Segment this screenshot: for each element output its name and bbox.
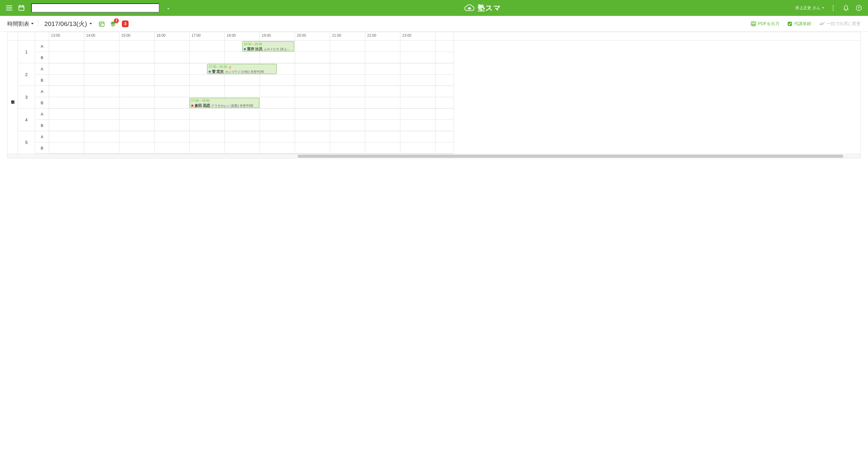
- grid-cell[interactable]: [365, 41, 400, 52]
- grid-cell[interactable]: [49, 86, 84, 97]
- grid-cell[interactable]: [260, 131, 295, 142]
- pdf-export-button[interactable]: PDFを出力: [751, 21, 779, 27]
- grid-cell[interactable]: [400, 41, 435, 52]
- grid-cell[interactable]: [49, 63, 84, 75]
- grid-cell[interactable]: [119, 142, 154, 154]
- user-menu[interactable]: 井上正史 さん: [795, 5, 824, 11]
- grid-cell[interactable]: [190, 52, 224, 63]
- grid-cell[interactable]: [260, 75, 295, 86]
- grid-cell[interactable]: [260, 109, 295, 120]
- date-selector[interactable]: 2017/06/13(火): [44, 20, 92, 28]
- grid-cell[interactable]: [84, 142, 119, 154]
- grid-cell[interactable]: [400, 131, 435, 142]
- grid-cell[interactable]: [260, 52, 295, 63]
- grid-cell[interactable]: [155, 52, 189, 63]
- view-selector[interactable]: 時間割表: [7, 20, 38, 28]
- grid-cell[interactable]: [190, 75, 224, 86]
- grid-cell[interactable]: [365, 109, 400, 120]
- grid-cell[interactable]: [84, 120, 119, 131]
- grid-cell[interactable]: [295, 86, 330, 97]
- menu-icon[interactable]: [5, 4, 13, 11]
- grid-cell[interactable]: [330, 41, 365, 52]
- more-icon[interactable]: [830, 4, 837, 11]
- grid-cell[interactable]: [295, 142, 330, 154]
- grid-cell[interactable]: [295, 63, 330, 75]
- grid-cell[interactable]: [365, 75, 400, 86]
- grid-cell[interactable]: [365, 142, 400, 154]
- grid-cell[interactable]: [84, 41, 119, 52]
- grid-cell[interactable]: [330, 86, 365, 97]
- grid-cell[interactable]: [155, 131, 189, 142]
- grid-cell[interactable]: [330, 142, 365, 154]
- grid-cell[interactable]: [119, 41, 154, 52]
- grid-cell[interactable]: [119, 109, 154, 120]
- grid-cell[interactable]: [295, 131, 330, 142]
- grid-cell[interactable]: [365, 131, 400, 142]
- grid-cell[interactable]: [400, 120, 435, 131]
- grid-cell[interactable]: [155, 109, 189, 120]
- grid-cell[interactable]: [260, 120, 295, 131]
- stack-icon[interactable]: 3: [110, 21, 116, 27]
- grid-cell[interactable]: [330, 120, 365, 131]
- grid-cell[interactable]: [295, 109, 330, 120]
- grid-cell[interactable]: [155, 41, 189, 52]
- grid-cell[interactable]: [119, 131, 154, 142]
- grid-cell[interactable]: [330, 131, 365, 142]
- grid-cell[interactable]: [49, 142, 84, 154]
- grid-cell[interactable]: [225, 142, 259, 154]
- grid-cell[interactable]: [84, 86, 119, 97]
- grid-cell[interactable]: [119, 120, 154, 131]
- grid-cell[interactable]: [400, 75, 435, 86]
- schedule-event[interactable]: 17:00～19:00倉田 花恋 クラタカレン (名取) 衣笠中3年: [190, 98, 259, 108]
- grid-cell[interactable]: [365, 120, 400, 131]
- grid-cell[interactable]: [84, 52, 119, 63]
- notification-badge[interactable]: 3: [122, 21, 129, 27]
- grid-cell[interactable]: [119, 97, 154, 109]
- grid-cell[interactable]: [49, 131, 84, 142]
- grid-cell[interactable]: [400, 63, 435, 75]
- calendar-icon[interactable]: [18, 4, 25, 11]
- grid-cell[interactable]: [49, 109, 84, 120]
- grid-cell[interactable]: [155, 97, 189, 109]
- grid-cell[interactable]: [330, 97, 365, 109]
- grid-cell[interactable]: [365, 86, 400, 97]
- grid-cell[interactable]: [295, 97, 330, 109]
- grid-cell[interactable]: [225, 52, 259, 63]
- grid-cell[interactable]: [400, 109, 435, 120]
- grid-cell[interactable]: [84, 75, 119, 86]
- grid-cell[interactable]: [155, 86, 189, 97]
- search-input[interactable]: [31, 3, 159, 12]
- grid-cell[interactable]: [295, 41, 330, 52]
- grid-cell[interactable]: [119, 63, 154, 75]
- grid-cell[interactable]: [330, 52, 365, 63]
- grid-cell[interactable]: [330, 109, 365, 120]
- grid-cell[interactable]: [295, 75, 330, 86]
- grid-cell[interactable]: [295, 120, 330, 131]
- grid-cell[interactable]: [190, 41, 224, 52]
- grid-cell[interactable]: [400, 52, 435, 63]
- grid-cell[interactable]: [365, 63, 400, 75]
- grid-cell[interactable]: [225, 86, 259, 97]
- grid-cell[interactable]: [225, 120, 259, 131]
- scroll-thumb[interactable]: [298, 155, 843, 158]
- bell-icon[interactable]: [842, 4, 850, 11]
- grid-cell[interactable]: [400, 142, 435, 154]
- grid-cell[interactable]: [49, 75, 84, 86]
- grid-cell[interactable]: [84, 131, 119, 142]
- grid-cell[interactable]: [400, 97, 435, 109]
- schedule-event[interactable]: 18:30～20:00室井 比呂 ムロイヒロ (井上...: [242, 41, 294, 51]
- grid-cell[interactable]: [260, 97, 295, 109]
- substitute-request-button[interactable]: 代講依頼: [787, 21, 811, 27]
- grid-cell[interactable]: [225, 131, 259, 142]
- today-icon[interactable]: [99, 21, 105, 27]
- grid-cell[interactable]: [84, 97, 119, 109]
- grid-cell[interactable]: [225, 75, 259, 86]
- grid-cell[interactable]: [49, 120, 84, 131]
- grid-cell[interactable]: [84, 63, 119, 75]
- grid-cell[interactable]: [330, 63, 365, 75]
- grid-cell[interactable]: [190, 131, 224, 142]
- grid-cell[interactable]: [330, 75, 365, 86]
- grid-cell[interactable]: [49, 41, 84, 52]
- grid-cell[interactable]: [365, 52, 400, 63]
- grid-cell[interactable]: [225, 109, 259, 120]
